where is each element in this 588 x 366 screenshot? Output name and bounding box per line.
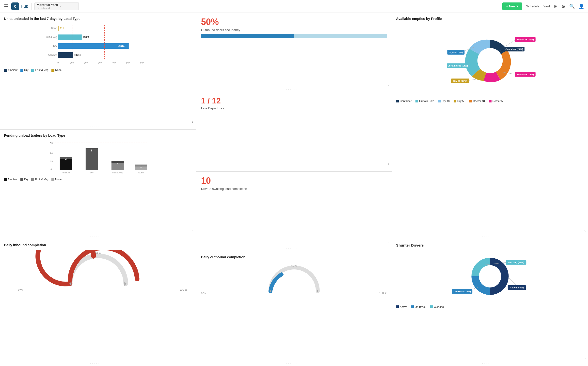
expand-arrow-inbound[interactable]: › bbox=[192, 356, 193, 361]
bar-ambient bbox=[58, 52, 73, 58]
svg-text:6: 6 bbox=[91, 149, 93, 152]
expand-arrow-pending[interactable]: › bbox=[192, 229, 193, 233]
legend-pending-none: None bbox=[51, 178, 62, 181]
pending-title: Pending unload trailers by Load Type bbox=[4, 133, 192, 137]
drag-handle-empties: · · · · · · · · bbox=[482, 235, 498, 237]
svg-text:411: 411 bbox=[60, 27, 64, 30]
drag-handle-late: · · · · · · · · bbox=[286, 168, 302, 170]
legend-dry48: Dry 48 bbox=[438, 100, 450, 102]
svg-text:5.0: 5.0 bbox=[50, 152, 53, 154]
menu-icon[interactable]: ☰ bbox=[4, 3, 8, 9]
svg-text:Active (50%): Active (50%) bbox=[510, 286, 524, 289]
drivers-panel: 10 Drivers awaiting load completion › · … bbox=[196, 172, 392, 251]
drag-handle-drivers: · · · · · · · · bbox=[286, 247, 302, 250]
expand-arrow-doors[interactable]: › bbox=[388, 82, 389, 87]
expand-arrow-drivers[interactable]: › bbox=[388, 241, 389, 246]
svg-text:0: 0 bbox=[50, 168, 52, 170]
svg-text:16882: 16882 bbox=[83, 36, 90, 39]
late-departures-kpi: 1 / 12 bbox=[201, 96, 387, 105]
outbound-gauge: 50 % 0 % 100 % bbox=[201, 262, 387, 295]
grid-icon[interactable]: ⊞ bbox=[554, 4, 557, 9]
svg-text:7.5: 7.5 bbox=[50, 142, 53, 144]
drag-handle-doors: · · · · · · · · bbox=[286, 88, 302, 91]
units-legend: Ambient Dry Fruit & Veg None bbox=[4, 68, 192, 72]
shunter-legend: Active On Break Working bbox=[396, 305, 584, 308]
legend-ambient: Ambient bbox=[4, 68, 17, 72]
user-icon[interactable]: 👤 bbox=[579, 4, 584, 9]
units-title: Units unloaded in the last 7 days by Loa… bbox=[4, 17, 192, 21]
expand-arrow-late[interactable]: › bbox=[388, 162, 389, 166]
close-tab-button[interactable]: × bbox=[60, 4, 62, 8]
legend-reefer48: Reefer 48 bbox=[469, 100, 485, 102]
svg-text:3: 3 bbox=[65, 158, 67, 160]
svg-text:50 %: 50 % bbox=[95, 252, 101, 255]
inbound-panel: Daily inbound completion 50 % bbox=[0, 239, 196, 366]
svg-text:Curtain Side (14%): Curtain Side (14%) bbox=[447, 65, 468, 67]
header: ☰ C Hub Montreal Yard Dashboard × + New … bbox=[0, 0, 588, 13]
expand-arrow-shunter[interactable]: › bbox=[584, 356, 586, 361]
legend-pending-ambient: Ambient bbox=[4, 178, 17, 181]
gauge-out-0: 0 % bbox=[201, 292, 206, 295]
drag-handle-inbound: · · · · · · · · bbox=[90, 362, 106, 365]
svg-text:50614: 50614 bbox=[118, 45, 125, 48]
inbound-gauge-svg: 50 % bbox=[4, 250, 192, 291]
svg-text:Dry 53 (14%): Dry 53 (14%) bbox=[453, 80, 467, 82]
gear-icon[interactable]: ⚙ bbox=[561, 4, 565, 9]
svg-text:50 %: 50 % bbox=[291, 264, 297, 267]
svg-text:Fruit & Veg: Fruit & Veg bbox=[45, 36, 57, 38]
empties-donut-svg: Reefer 48 (21%) Reefer 53 (14%) Containe… bbox=[443, 26, 537, 95]
bar-fruitveg bbox=[58, 34, 82, 40]
header-right: + New ▾ Schedule Yard ⊞ ⚙ 🔍 👤 bbox=[502, 2, 584, 10]
svg-text:None: None bbox=[51, 27, 57, 30]
new-button[interactable]: + New ▾ bbox=[502, 2, 522, 10]
svg-text:Dry 48 (17%): Dry 48 (17%) bbox=[449, 51, 463, 54]
search-icon[interactable]: 🔍 bbox=[569, 4, 575, 9]
svg-rect-46 bbox=[60, 159, 72, 170]
svg-text:Ambient: Ambient bbox=[62, 171, 70, 174]
pending-legend: Ambient Dry Fruit & Veg None bbox=[4, 178, 192, 181]
gauge-in-100: 100 % bbox=[179, 288, 187, 291]
gauge-out-100: 100 % bbox=[379, 292, 387, 295]
shunter-donut-area: On Break (25%) Working (25%) Active (50%… bbox=[396, 249, 584, 303]
logo: C Hub bbox=[11, 2, 28, 10]
svg-text:40K: 40K bbox=[112, 62, 116, 64]
legend-active: Active bbox=[396, 305, 407, 308]
outbound-gauge-svg: 50 % bbox=[201, 262, 387, 297]
svg-text:Dry: Dry bbox=[90, 171, 94, 174]
svg-point-21 bbox=[477, 48, 503, 73]
legend-none: None bbox=[51, 68, 62, 72]
inbound-title: Daily inbound completion bbox=[4, 243, 192, 247]
empties-title: Available empties by Profile bbox=[396, 17, 584, 21]
legend-reefer53: Reefer 53 bbox=[489, 100, 504, 102]
shunter-donut-svg: On Break (25%) Working (25%) Active (50%… bbox=[448, 250, 532, 302]
svg-text:60K: 60K bbox=[140, 62, 144, 64]
svg-text:1: 1 bbox=[140, 165, 142, 168]
svg-text:Fruit & Veg: Fruit & Veg bbox=[112, 171, 123, 174]
svg-text:0: 0 bbox=[57, 62, 59, 64]
yard-nav[interactable]: Yard bbox=[543, 4, 550, 8]
svg-text:Working (25%): Working (25%) bbox=[508, 261, 524, 264]
svg-text:30K: 30K bbox=[98, 62, 102, 64]
pending-panel: Pending unload trailers by Load Type 7.5… bbox=[0, 130, 196, 239]
pending-chart-svg: 7.5 5.0 2.5 0 3 6 2 bbox=[4, 140, 192, 176]
svg-text:50K: 50K bbox=[126, 62, 130, 64]
logo-icon: C bbox=[11, 2, 19, 10]
empties-donut-area: Reefer 48 (21%) Reefer 53 (14%) Containe… bbox=[396, 24, 584, 98]
svg-text:Reefer 48 (21%): Reefer 48 (21%) bbox=[517, 38, 534, 41]
svg-point-65 bbox=[479, 265, 501, 287]
svg-text:Ambient: Ambient bbox=[48, 53, 57, 56]
svg-text:Reefer 53 (14%): Reefer 53 (14%) bbox=[517, 73, 534, 76]
expand-arrow-units[interactable]: › bbox=[192, 119, 193, 124]
units-bar-chart: None Fruit & Veg Dry Ambient 411 16882 5… bbox=[4, 24, 192, 72]
svg-text:2: 2 bbox=[117, 162, 118, 164]
expand-arrow-outbound[interactable]: › bbox=[388, 356, 389, 361]
tab-title: Montreal Yard bbox=[37, 3, 58, 7]
drag-handle-shunter: · · · · · · · · bbox=[482, 362, 498, 365]
legend-dry53: Dry 53 bbox=[454, 100, 465, 102]
drivers-label: Drivers awaiting load completion bbox=[201, 187, 387, 191]
schedule-nav[interactable]: Schedule bbox=[526, 4, 539, 8]
svg-text:Container (21%): Container (21%) bbox=[506, 48, 523, 50]
expand-arrow-empties[interactable]: › bbox=[584, 229, 586, 233]
middle-column: 50% Outbound doors occupancy › · · · · ·… bbox=[196, 13, 392, 366]
svg-text:20K: 20K bbox=[84, 62, 88, 64]
